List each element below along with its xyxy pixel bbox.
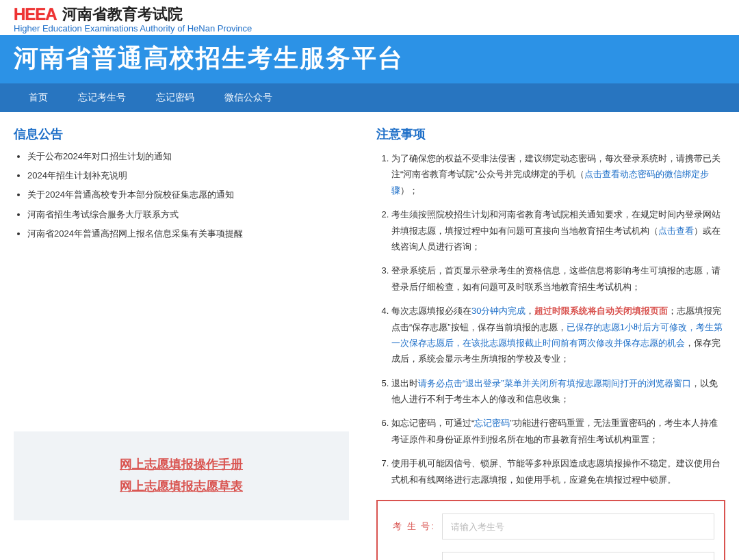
logo-mark: HEEA bbox=[14, 5, 57, 24]
label-examinee-id: 考 生 号: bbox=[387, 520, 435, 533]
left-column: 信息公告 关于公布2024年对口招生计划的通知 2024年招生计划补充说明 关于… bbox=[14, 126, 349, 560]
main-nav: 首页 忘记考生号 忘记密码 微信公众号 bbox=[0, 83, 739, 112]
header-top: HEEA 河南省教育考试院 Higher Education Examinati… bbox=[0, 0, 739, 35]
manual-box: 网上志愿填报操作手册 网上志愿填报志愿草表 bbox=[14, 431, 349, 520]
manual-link-guide[interactable]: 网上志愿填报操作手册 bbox=[14, 456, 349, 472]
announcements-title: 信息公告 bbox=[14, 126, 349, 142]
title-bar: 河南省普通高校招生考生服务平台 bbox=[0, 35, 739, 83]
nav-home[interactable]: 首页 bbox=[14, 83, 63, 112]
nav-forgot-id[interactable]: 忘记考生号 bbox=[63, 83, 141, 112]
notice-item: 为了确保您的权益不受非法侵害，建议绑定动态密码，每次登录系统时，请携带已关注“河… bbox=[391, 150, 725, 198]
notice-item: 每次志愿填报必须在30分钟内完成，超过时限系统将自动关闭填报页面；志愿填报完点击… bbox=[391, 303, 725, 367]
logo-cn: 河南省教育考试院 bbox=[62, 4, 183, 25]
forgot-password-link[interactable]: 忘记密码 bbox=[474, 418, 510, 428]
notices-title: 注意事项 bbox=[376, 126, 725, 142]
list-item[interactable]: 河南省招生考试综合服务大厅联系方式 bbox=[27, 209, 349, 221]
list-item[interactable]: 河南省2024年普通高招网上报名信息采集有关事项提醒 bbox=[27, 228, 349, 240]
notice-item: 退出时请务必点击“退出登录”菜单并关闭所有填报志愿期间打开的浏览器窗口，以免他人… bbox=[391, 375, 725, 408]
list-item[interactable]: 关于2024年普通高校专升本部分院校征集志愿的通知 bbox=[27, 189, 349, 201]
nav-forgot-password[interactable]: 忘记密码 bbox=[141, 83, 209, 112]
login-box: 考 生 号: 证件号码: 登录密码: bbox=[376, 500, 725, 560]
list-item[interactable]: 2024年招生计划补充说明 bbox=[27, 170, 349, 182]
main-content: 信息公告 关于公布2024年对口招生计划的通知 2024年招生计划补充说明 关于… bbox=[0, 112, 739, 560]
manual-link-draft[interactable]: 网上志愿填报志愿草表 bbox=[14, 478, 349, 494]
nav-wechat[interactable]: 微信公众号 bbox=[209, 83, 287, 112]
logo-en: Higher Education Examinations Authority … bbox=[14, 23, 725, 34]
platform-title: 河南省普通高校招生考生服务平台 bbox=[14, 42, 725, 75]
notice-item: 如忘记密码，可通过“忘记密码”功能进行密码重置，无法重置密码的，考生本人持准考证… bbox=[391, 415, 725, 447]
notice-item: 登录系统后，首页显示登录考生的资格信息，这些信息将影响考生可填报的志愿，请登录后… bbox=[391, 263, 725, 295]
right-column: 注意事项 为了确保您的权益不受非法侵害，建议绑定动态密码，每次登录系统时，请携带… bbox=[376, 126, 725, 560]
announcements-list: 关于公布2024年对口招生计划的通知 2024年招生计划补充说明 关于2024年… bbox=[14, 150, 349, 240]
cert-number-input[interactable] bbox=[442, 552, 714, 560]
examinee-id-input[interactable] bbox=[442, 514, 714, 539]
notice-item: 考生须按照院校招生计划和河南省教育考试院相关通知要求，在规定时间内登录网站并填报… bbox=[391, 206, 725, 254]
notice-item: 使用手机可能因信号、锁屏、节能等多种原因造成志愿填报操作不稳定。建议使用台式机和… bbox=[391, 455, 725, 488]
list-item[interactable]: 关于公布2024年对口招生计划的通知 bbox=[27, 150, 349, 163]
notices-list: 为了确保您的权益不受非法侵害，建议绑定动态密码，每次登录系统时，请携带已关注“河… bbox=[376, 150, 725, 488]
logo-row: HEEA 河南省教育考试院 bbox=[14, 4, 725, 25]
view-institutions-link[interactable]: 点击查看 bbox=[658, 226, 694, 236]
